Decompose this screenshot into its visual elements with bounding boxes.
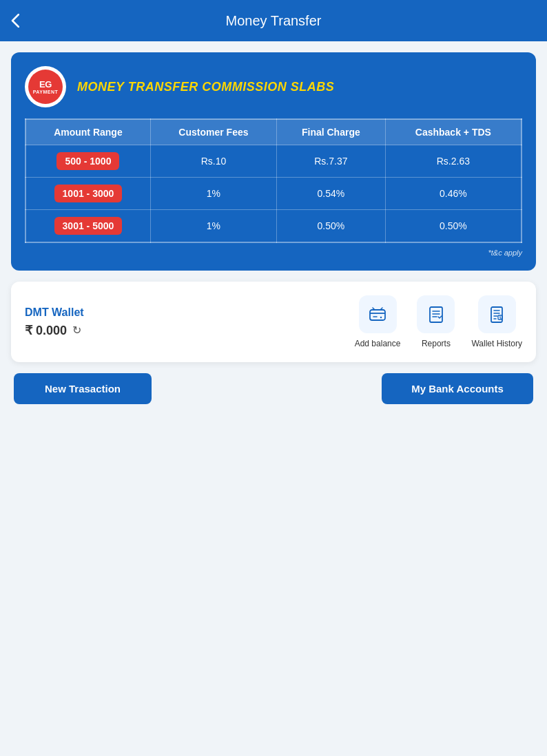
refresh-icon[interactable]: ↻ xyxy=(72,324,81,337)
col-header-charge: Final Charge xyxy=(276,119,385,145)
banner-title: MONEY TRANSFER COMMISSION SLABS xyxy=(77,80,334,94)
col-header-cashback: Cashback + TDS xyxy=(385,119,522,145)
reports-label: Reports xyxy=(422,339,451,348)
wallet-actions: Add balance Reports xyxy=(355,295,522,348)
tnc-text: *t&c apply xyxy=(25,249,522,257)
commission-table: Amount Range Customer Fees Final Charge … xyxy=(25,118,522,243)
wallet-history-icon-wrap xyxy=(478,295,516,333)
wallet-history-label: Wallet History xyxy=(471,339,522,348)
header: Money Transfer xyxy=(0,0,547,41)
charge-cell: 0.50% xyxy=(276,210,385,243)
add-balance-icon-wrap xyxy=(359,295,397,333)
wallet-amount: ₹ 0.000 xyxy=(25,323,67,338)
fees-cell: Rs.10 xyxy=(150,145,276,178)
svg-rect-0 xyxy=(370,310,385,320)
eg-logo: EG PAYMENT xyxy=(25,66,66,107)
cashback-cell: 0.46% xyxy=(385,178,522,210)
banner-header: EG PAYMENT MONEY TRANSFER COMMISSION SLA… xyxy=(25,66,522,107)
range-cell: 1001 - 3000 xyxy=(25,178,150,210)
action-buttons: New Trasaction My Bank Accounts xyxy=(11,373,536,404)
add-balance-label: Add balance xyxy=(355,339,401,348)
logo-text: EG xyxy=(39,80,52,89)
range-cell: 500 - 1000 xyxy=(25,145,150,178)
range-badge: 1001 - 3000 xyxy=(54,185,123,202)
col-header-fees: Customer Fees xyxy=(150,119,276,145)
svg-point-1 xyxy=(380,316,382,317)
wallet-balance-row: ₹ 0.000 ↻ xyxy=(25,323,355,338)
table-row: 3001 - 5000 1% 0.50% 0.50% xyxy=(25,210,522,243)
page-title: Money Transfer xyxy=(226,13,322,29)
logo-subtext: PAYMENT xyxy=(33,90,59,94)
range-badge: 3001 - 5000 xyxy=(54,217,123,235)
table-row: 1001 - 3000 1% 0.54% 0.46% xyxy=(25,178,522,210)
main-content: EG PAYMENT MONEY TRANSFER COMMISSION SLA… xyxy=(0,41,547,415)
my-bank-accounts-button[interactable]: My Bank Accounts xyxy=(382,373,533,404)
svg-rect-2 xyxy=(430,307,442,322)
fees-cell: 1% xyxy=(150,210,276,243)
charge-cell: 0.54% xyxy=(276,178,385,210)
wallet-card: DMT Wallet ₹ 0.000 ↻ Add balance xyxy=(11,282,536,362)
reports-action[interactable]: Reports xyxy=(417,295,455,348)
commission-banner: EG PAYMENT MONEY TRANSFER COMMISSION SLA… xyxy=(11,52,536,271)
cashback-cell: 0.50% xyxy=(385,210,522,243)
reports-icon xyxy=(426,305,446,324)
range-badge: 500 - 1000 xyxy=(56,152,119,170)
wallet-label: DMT Wallet xyxy=(25,306,355,319)
wallet-info: DMT Wallet ₹ 0.000 ↻ xyxy=(25,306,355,338)
add-balance-action[interactable]: Add balance xyxy=(355,295,401,348)
cashback-cell: Rs.2.63 xyxy=(385,145,522,178)
reports-icon-wrap xyxy=(417,295,455,333)
charge-cell: Rs.7.37 xyxy=(276,145,385,178)
svg-rect-3 xyxy=(491,307,502,322)
table-row: 500 - 1000 Rs.10 Rs.7.37 Rs.2.63 xyxy=(25,145,522,178)
back-button[interactable] xyxy=(11,14,19,28)
range-cell: 3001 - 5000 xyxy=(25,210,150,243)
new-transaction-button[interactable]: New Trasaction xyxy=(14,373,152,404)
wallet-history-icon xyxy=(487,305,506,324)
add-balance-icon xyxy=(368,305,387,324)
col-header-amount: Amount Range xyxy=(25,119,150,145)
fees-cell: 1% xyxy=(150,178,276,210)
wallet-history-action[interactable]: Wallet History xyxy=(471,295,522,348)
